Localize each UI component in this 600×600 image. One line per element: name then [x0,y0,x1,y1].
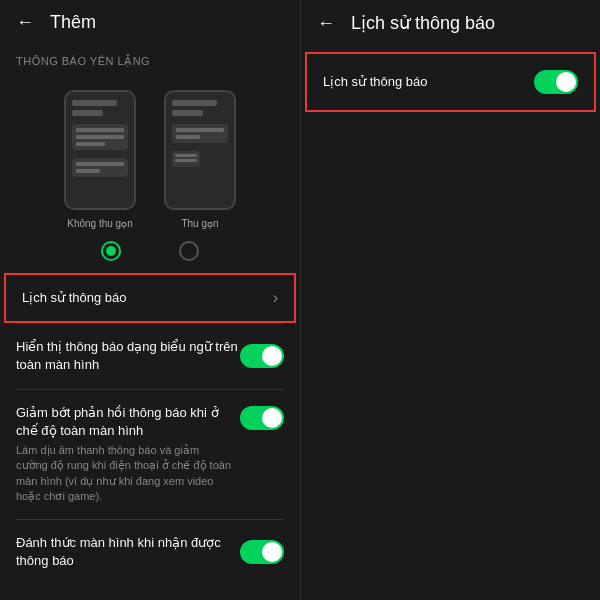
phone-label-1: Không thu gọn [67,218,133,229]
radio-collapsed[interactable] [179,241,199,261]
small-line-1 [175,154,197,157]
small-line-2 [175,159,197,162]
lich-su-thong-bao-item[interactable]: Lịch sử thông báo › [4,273,296,323]
right-lich-su-text: Lịch sử thông báo [323,73,534,91]
hien-thi-thong-bao-item[interactable]: Hiển thị thông báo dạng biểu ngữ trên to… [0,324,300,388]
notif-line-6 [176,128,224,132]
lich-su-thong-bao-text: Lịch sử thông báo [22,289,265,307]
phone-option-not-collapsed[interactable]: Không thu gọn [64,90,136,229]
phone-option-collapsed[interactable]: Thu gọn [164,90,236,229]
notif-line-4 [76,162,124,166]
phone-bar-1 [72,100,117,106]
phone-label-2: Thu gọn [181,218,218,229]
phone-mockups-area: Không thu gọn Thu gọn [0,74,300,237]
right-panel: ← Lịch sử thông báo Lịch sử thông báo [300,0,600,600]
danh-thuc-toggle[interactable] [240,540,284,564]
small-box-1 [172,151,200,167]
phone-bar-4 [172,110,203,116]
notification-box-1 [72,124,128,150]
hien-thi-thong-bao-text: Hiển thị thông báo dạng biểu ngữ trên to… [16,338,240,374]
left-header: ← Thêm [0,0,300,45]
giam-bot-toggle[interactable] [240,406,284,430]
notification-box-2 [72,158,128,177]
right-lich-su-toggle[interactable] [534,70,578,94]
giam-bot-phan-hoi-item[interactable]: Giảm bớt phản hồi thông báo khi ở chế độ… [0,390,300,519]
giam-bot-text: Giảm bớt phản hồi thông báo khi ở chế độ… [16,404,232,440]
notif-line-5 [76,169,100,173]
right-header: ← Lịch sử thông báo [301,0,600,46]
phone-mockup-2 [164,90,236,210]
phone-mockup-1 [64,90,136,210]
phone-bar-3 [172,100,217,106]
notification-box-3 [172,124,228,143]
right-back-icon[interactable]: ← [317,13,335,34]
section-label: THÔNG BÁO YÊN LẶNG [0,45,300,74]
radio-not-collapsed[interactable] [101,241,121,261]
notif-line-7 [176,135,200,139]
giam-bot-sub: Làm dịu âm thanh thông báo và giảm cường… [16,443,232,505]
chevron-icon-1: › [273,289,278,307]
danh-thuc-text: Đánh thức màn hình khi nhận được thông b… [16,534,240,570]
notif-line-2 [76,135,124,139]
left-back-icon[interactable]: ← [16,12,34,33]
notif-line-1 [76,128,124,132]
notif-line-3 [76,142,105,146]
right-title: Lịch sử thông báo [351,12,495,34]
hien-thi-toggle[interactable] [240,344,284,368]
danh-thuc-man-hinh-item[interactable]: Đánh thức màn hình khi nhận được thông b… [0,520,300,584]
right-lich-su-item[interactable]: Lịch sử thông báo [305,52,596,112]
radio-row [0,237,300,273]
left-panel: ← Thêm THÔNG BÁO YÊN LẶNG Không thu gọn [0,0,300,600]
phone-bar-2 [72,110,103,116]
left-title: Thêm [50,12,96,33]
